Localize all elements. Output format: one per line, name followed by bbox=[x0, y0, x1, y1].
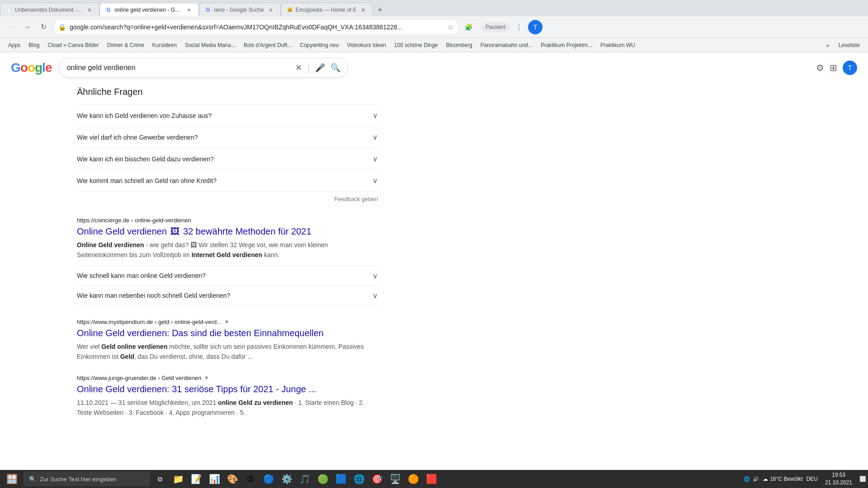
tab-2-favicon: G bbox=[105, 7, 112, 13]
paused-badge[interactable]: Pausiert bbox=[481, 22, 510, 32]
mic-icon[interactable]: 🎤 bbox=[315, 63, 325, 73]
bookmark-apps[interactable]: Apps bbox=[5, 41, 24, 49]
result-block-3: https://www.junge-gruender.de › Geld ver… bbox=[77, 375, 378, 418]
bookmark-bloomberg-label: Bloomberg bbox=[446, 42, 472, 48]
r3-bold-2: zu verdienen bbox=[254, 399, 293, 406]
nav-extensions-button[interactable]: 🧩 bbox=[461, 20, 476, 34]
search-clear-icon[interactable]: ✕ bbox=[295, 63, 302, 73]
tab-4-close[interactable]: × bbox=[359, 6, 367, 14]
result-1-snippet: Online Geld verdienen - wie geht das? 🖼 … bbox=[77, 240, 378, 260]
bookmark-praktikum-wu-label: Praktikum WU bbox=[600, 42, 635, 48]
google-page: Google online geld verdienen ✕ | 🎤 🔍 ⚙ ⊞… bbox=[0, 52, 868, 418]
header-avatar[interactable]: T bbox=[843, 61, 857, 75]
logo-g: g bbox=[35, 61, 42, 75]
tab-4-title: Emojipedia — Home of E bbox=[296, 7, 357, 13]
faq-item-1[interactable]: Wie viel darf ich ohne Gewerbe verdienen… bbox=[77, 127, 378, 148]
result-2-cite: https://www.mystipendium.de › geld › onl… bbox=[77, 319, 222, 325]
bookmark-copywriting-label: Copywriting neu bbox=[300, 42, 339, 48]
tab-4[interactable]: 😀 Emojipedia — Home of E × bbox=[281, 3, 373, 16]
bookmark-bois-label: Bois d'Argent Duft... bbox=[244, 42, 292, 48]
result-3-title[interactable]: Online Geld verdienen: 31 seriöse Tipps … bbox=[77, 383, 378, 395]
header-apps-icon[interactable]: ⊞ bbox=[830, 62, 837, 73]
google-header: Google online geld verdienen ✕ | 🎤 🔍 ⚙ ⊞… bbox=[0, 52, 868, 83]
back-button[interactable]: ← bbox=[4, 20, 18, 34]
bookmark-bloomberg[interactable]: Bloomberg bbox=[443, 41, 476, 49]
main-search-bar[interactable]: online geld verdienen ✕ | 🎤 🔍 bbox=[59, 58, 348, 78]
lock-icon: 🔒 bbox=[58, 23, 66, 31]
result-2-title[interactable]: Online Geld verdienen: Das sind die best… bbox=[77, 327, 378, 339]
faq-item-3[interactable]: Wie kommt man schnell an Geld ran ohne K… bbox=[77, 170, 378, 192]
bookmark-100schoene[interactable]: 100 schöne Dinge bbox=[391, 41, 442, 49]
tab-2-close[interactable]: × bbox=[185, 6, 193, 14]
tab-bar: 📄 Unbenanntes Dokument - Goo... × G onli… bbox=[0, 0, 868, 16]
bookmark-praktikum-p-label: Praktikum Projektm... bbox=[541, 42, 592, 48]
bookmark-social[interactable]: Social Media Mana... bbox=[181, 41, 239, 49]
faq-chevron-3: ∨ bbox=[373, 176, 378, 185]
faq-item-2[interactable]: Wie kann ich ein bisschen Geld dazu verd… bbox=[77, 148, 378, 170]
bookmark-praktikum-p[interactable]: Praktikum Projektm... bbox=[537, 41, 596, 49]
bookmark-panorama[interactable]: Panoramabahn und... bbox=[477, 41, 536, 49]
faq-question-0: Wie kann ich Geld verdienen von Zuhause … bbox=[77, 112, 212, 119]
sub-chevron-1-0: ∨ bbox=[373, 272, 378, 280]
profile-avatar[interactable]: T bbox=[528, 20, 542, 34]
leseliste-button[interactable]: Leseliste bbox=[835, 41, 863, 49]
address-bar[interactable]: 🔒 google.com/search?q=online+geld+verdie… bbox=[52, 19, 459, 35]
result-2-snippet: Wer viel Geld online verdienen möchte, s… bbox=[77, 342, 378, 362]
bookmark-kursideen-label: Kursideen bbox=[152, 42, 177, 48]
result-1-title[interactable]: Online Geld verdienen 🖼 32 bewährte Meth… bbox=[77, 225, 378, 237]
faq-chevron-1: ∨ bbox=[373, 133, 378, 141]
settings-button[interactable]: ⋮ bbox=[512, 20, 526, 34]
tab-2-title: online geld verdienen - Google bbox=[114, 7, 182, 13]
tab-2[interactable]: G online geld verdienen - Google × bbox=[99, 3, 199, 16]
header-right: ⚙ ⊞ T bbox=[816, 61, 857, 75]
bookmark-kursideen[interactable]: Kursideen bbox=[149, 41, 180, 49]
sub-question-1-0[interactable]: Wie schnell kann man online Geld verdien… bbox=[77, 266, 378, 286]
header-settings-icon[interactable]: ⚙ bbox=[816, 62, 824, 73]
sub-question-1-1[interactable]: Wie kann man nebenbei noch schnell Geld … bbox=[77, 286, 378, 306]
bookmark-star-icon[interactable]: ☆ bbox=[448, 23, 453, 31]
bookmark-cload[interactable]: Cload » Canva Bilder bbox=[44, 41, 102, 49]
search-submit-icon[interactable]: 🔍 bbox=[330, 63, 340, 73]
feedback-anchor[interactable]: Feedback geben bbox=[334, 196, 378, 202]
result-block-1: https://coincierge.de › online-geld-verd… bbox=[77, 217, 378, 306]
bookmark-cload-label: Cload » Canva Bilder bbox=[47, 42, 99, 48]
result-1-cite: https://coincierge.de › online-geld-verd… bbox=[77, 217, 191, 224]
nav-right: Pausiert ⋮ T bbox=[481, 20, 542, 34]
result-1-bold-1: Online Geld verdienen bbox=[77, 241, 144, 249]
faq-question-3: Wie kommt man schnell an Geld ran ohne K… bbox=[77, 177, 217, 184]
logo-l: l bbox=[42, 61, 45, 75]
nav-bar: ← → ↻ 🔒 google.com/search?q=online+geld+… bbox=[0, 16, 868, 38]
bookmarks-more[interactable]: » bbox=[823, 41, 832, 50]
bookmarks-bar: Apps Blog Cload » Canva Bilder Dinner & … bbox=[0, 38, 868, 52]
new-tab-button[interactable]: + bbox=[373, 4, 387, 16]
tab-4-favicon: 😀 bbox=[287, 7, 293, 13]
tab-3[interactable]: G reno - Google Suche × bbox=[199, 3, 281, 16]
forward-button[interactable]: → bbox=[20, 20, 34, 34]
sub-question-1-0-text: Wie schnell kann man online Geld verdien… bbox=[77, 272, 206, 279]
result-2-dropdown[interactable]: ▼ bbox=[224, 319, 229, 324]
sub-question-1-1-text: Wie kann man nebenbei noch schnell Geld … bbox=[77, 292, 230, 299]
logo-o1: o bbox=[20, 61, 28, 75]
result-3-url-line: https://www.junge-gruender.de › Geld ver… bbox=[77, 375, 378, 381]
feedback-link: Feedback geben bbox=[77, 192, 378, 206]
bookmark-dinner[interactable]: Dinner & Crime bbox=[104, 41, 148, 49]
sub-chevron-1-1: ∨ bbox=[373, 291, 378, 300]
logo-e: e bbox=[45, 61, 52, 75]
bookmark-copywriting[interactable]: Copywriting neu bbox=[296, 41, 342, 49]
r2-bold-1: Geld online verdienen bbox=[101, 343, 167, 350]
bookmark-bois[interactable]: Bois d'Argent Duft... bbox=[240, 41, 295, 49]
tab-1-favicon: 📄 bbox=[6, 7, 12, 13]
faq-section-title: Ähnliche Fragen bbox=[77, 87, 378, 97]
bookmark-dinner-label: Dinner & Crime bbox=[107, 42, 144, 48]
bookmark-praktikum-wu[interactable]: Praktikum WU bbox=[597, 41, 639, 49]
result-3-snippet: 11.10.2021 — 31 seriöse Möglichkeiten, u… bbox=[77, 398, 378, 418]
reload-button[interactable]: ↻ bbox=[36, 20, 51, 34]
bookmark-videokurs[interactable]: Videokurs Ideen bbox=[343, 41, 390, 49]
tab-3-close[interactable]: × bbox=[267, 6, 275, 14]
result-1-url-line: https://coincierge.de › online-geld-verd… bbox=[77, 217, 378, 224]
bookmark-blog[interactable]: Blog bbox=[25, 41, 43, 49]
tab-1[interactable]: 📄 Unbenanntes Dokument - Goo... × bbox=[0, 3, 99, 16]
faq-item-0[interactable]: Wie kann ich Geld verdienen von Zuhause … bbox=[77, 105, 378, 127]
tab-1-close[interactable]: × bbox=[85, 6, 94, 14]
result-3-dropdown[interactable]: ▼ bbox=[204, 375, 209, 380]
